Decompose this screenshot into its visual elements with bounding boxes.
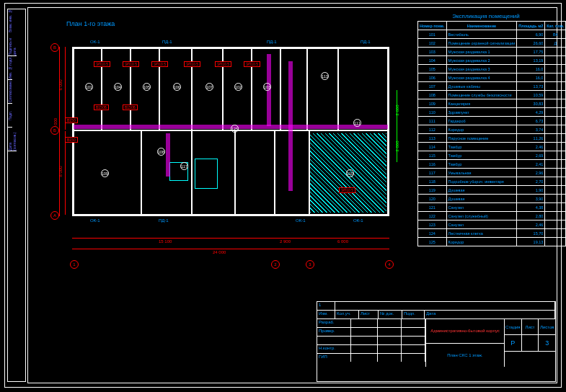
- room-number: 109: [101, 169, 109, 177]
- bind-cell: Подп.: [8, 104, 12, 128]
- bind-cell: Инв. № подл.: [8, 56, 12, 80]
- table-row: 102Помещение охранной сигнализации26,60Д: [418, 39, 566, 48]
- room-number: 113: [321, 72, 329, 80]
- dim-label: 6 000: [337, 239, 348, 244]
- equip-tag: В150: [65, 117, 78, 123]
- schedule-table: Номер поме. Наименование Площадь м2 Кат.…: [417, 21, 566, 246]
- equip-tag: ЭП10.5: [94, 61, 110, 67]
- sched-head: Площадь м2: [517, 22, 545, 30]
- table-row: 125Коридор19,13: [418, 238, 566, 246]
- wall: [72, 47, 389, 49]
- floor-plan: 101 104 105 106 107 102 103 113 111 109 …: [50, 32, 404, 241]
- room-number: 111: [353, 119, 361, 127]
- table-row: 109Канцелярия30,83: [418, 99, 566, 108]
- schedule-title: Экспликация помещений: [417, 13, 554, 19]
- table-row: 119Душевая1,90: [418, 186, 566, 195]
- axis-bubble: 3: [306, 260, 314, 269]
- room-number: 105: [143, 83, 151, 91]
- plan-title: План 1-го этажа: [66, 20, 115, 27]
- room-number: 106: [173, 83, 181, 91]
- dim-line: [72, 249, 389, 249]
- wall: [72, 47, 74, 216]
- dim-line: [274, 238, 309, 239]
- duct-label: ПД-1: [361, 40, 371, 44]
- table-row: 115Тамбур2,69: [418, 151, 566, 160]
- wall: [191, 131, 193, 215]
- bind-cell: Взам. инв. №: [8, 9, 12, 32]
- axis-bubble: 4: [385, 260, 394, 269]
- duct-label: ОК-1: [353, 218, 363, 223]
- dim-label: 6 000: [58, 79, 63, 90]
- room-number: 101: [85, 83, 93, 91]
- binding-margin: Взам. инв. № Подпись и дата Инв. № подл.…: [7, 9, 26, 382]
- sched-head: Кат. пом.: [545, 22, 566, 30]
- equip-tag: ЭП10.5: [339, 187, 355, 193]
- cad-drawing-page: Взам. инв. № Подпись и дата Инв. № подл.…: [0, 0, 566, 392]
- equip-tag: ЭП10.5: [123, 61, 139, 67]
- table-row: 121Санузел4,38: [418, 203, 566, 212]
- dim-line: [59, 47, 60, 216]
- table-row: 117Умывальная2,96: [418, 169, 566, 177]
- table-row: 112Коридор3,74: [418, 125, 566, 134]
- dim-line: [309, 238, 389, 239]
- table-row: 123Санузел2,46: [418, 220, 566, 229]
- table-row: 103Мужская раздевалка 117,75: [418, 48, 566, 56]
- bind-cell: Согласовано: [8, 80, 12, 104]
- axis-bubble: 1: [70, 260, 79, 269]
- table-row: 114Тамбур2,46: [418, 143, 566, 151]
- duct-label: ОК-1: [90, 40, 100, 44]
- wall: [274, 131, 275, 215]
- dim-label: 15 100: [159, 239, 172, 244]
- axis-bubble: В: [50, 43, 59, 52]
- dim-label: 2 600: [395, 104, 399, 115]
- room-number: 107: [205, 83, 213, 91]
- titleblock-main: Разраб. Провер. Н.контр. ГИП Администрат…: [317, 319, 555, 367]
- titleblock-description: Административно-бытовой корпус План СКС …: [426, 319, 504, 367]
- equip-tag: ЭП10.5: [244, 61, 260, 67]
- axis-bubble: Б: [50, 126, 59, 135]
- sched-head: Наименование: [446, 22, 517, 30]
- table-row: 124Лестничная клетка15,70: [418, 229, 566, 238]
- table-row: 120Душевая3,90: [418, 195, 566, 203]
- dim-label: 8 000: [58, 166, 63, 177]
- table-row: 108Помещение службы безопасности10,59: [418, 91, 566, 99]
- table-row: 116Тамбур2,41: [418, 160, 566, 169]
- room-schedule: Экспликация помещений Номер поме. Наимен…: [417, 13, 554, 246]
- title-block: 1 Изм. Кол.уч. Лист № док. Подп. Дата Ра…: [317, 301, 556, 382]
- duct-label: ОК-1: [296, 218, 306, 223]
- table-row: 110Здравпункт4,29: [418, 108, 566, 117]
- wall: [141, 131, 142, 215]
- room-number: 108: [157, 148, 165, 156]
- wall: [280, 48, 281, 130]
- duct-label: ПД-1: [159, 218, 169, 223]
- table-row: 122Санузел (служебный)2,80: [418, 212, 566, 220]
- table-row: 104Мужская раздевалка 213,19: [418, 56, 566, 65]
- titleblock-stage: Стадия Лист Листов Р 3: [504, 319, 555, 367]
- wall: [234, 131, 236, 215]
- room-number: 125: [231, 125, 239, 133]
- titleblock-header-row: Изм. Кол.уч. Лист № док. Подп. Дата: [317, 311, 555, 319]
- equip-tag: ЭП10.5: [215, 61, 231, 67]
- wall: [387, 47, 389, 216]
- axis-bubble: А: [50, 211, 59, 220]
- room-number: 117: [180, 162, 188, 170]
- room-number: 104: [114, 83, 122, 91]
- duct-label: ПД-1: [267, 40, 277, 44]
- table-row: 107Душевые кабины13,73: [418, 82, 566, 91]
- equip-tag: В150Б: [123, 104, 138, 110]
- table-row: 113Парусное помещение11,26: [418, 134, 566, 143]
- dim-line: [72, 238, 274, 239]
- equip-tag: В150Б: [94, 104, 109, 110]
- room-number: 102: [234, 83, 242, 91]
- bind-cell: Подпись и дата: [8, 32, 17, 56]
- dim-label: 2 000: [395, 141, 399, 151]
- room-number: 103: [263, 83, 271, 91]
- project-name: Административно-бытовой корпус: [426, 319, 504, 344]
- sheet-name: План СКС 1 этаж.: [426, 344, 504, 368]
- bind-cell: Дата (согласов.): [8, 128, 17, 151]
- room-number: 110: [346, 169, 354, 177]
- table-row: 106Мужская раздевалка 416,0: [418, 74, 566, 82]
- dim-line: [65, 131, 66, 215]
- dim-line: [65, 47, 66, 130]
- duct-label: ПД-1: [162, 40, 172, 44]
